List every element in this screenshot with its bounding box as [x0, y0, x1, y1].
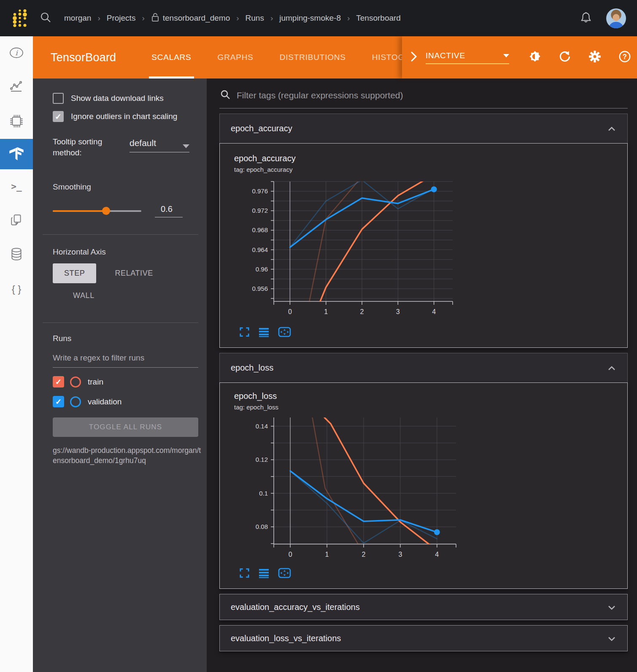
section-title: epoch_accuracy	[231, 124, 292, 133]
breadcrumb-item-runs[interactable]: Runs	[246, 14, 264, 23]
lock-icon	[151, 12, 159, 24]
ignore-outliers-label: Ignore outliers in chart scaling	[71, 112, 177, 121]
svg-text:2: 2	[362, 551, 366, 558]
section-header-evaluation-loss[interactable]: evaluation_loss_vs_iterations	[219, 625, 628, 651]
section-epoch-loss: epoch_loss epoch_loss tag: epoch_loss 0.…	[219, 353, 628, 589]
contrast-icon[interactable]	[529, 50, 541, 65]
tab-scalars[interactable]: SCALARS	[149, 36, 194, 79]
sidebar-item-charts[interactable]	[0, 70, 33, 105]
filter-tags-field[interactable]	[219, 84, 628, 108]
runs-regex-input[interactable]	[53, 353, 198, 363]
checkbox-checked[interactable]: ✓	[53, 111, 64, 122]
svg-text:0.972: 0.972	[252, 207, 268, 214]
axis-wall-button[interactable]: WALL	[65, 286, 103, 306]
braces-icon: { }	[12, 283, 22, 295]
run-name-train: train	[88, 377, 103, 387]
sidebar-item-tensorboard[interactable]	[0, 139, 33, 169]
chevron-up-icon[interactable]	[608, 363, 615, 373]
sidebar-item-logs[interactable]: >_	[0, 169, 33, 203]
help-icon[interactable]: ?	[618, 50, 631, 65]
svg-text:0.964: 0.964	[252, 246, 268, 253]
breadcrumb-separator: ›	[270, 14, 273, 23]
svg-text:0: 0	[289, 551, 292, 558]
svg-text:2: 2	[360, 308, 364, 315]
breadcrumb-item-run[interactable]: jumping-smoke-8	[279, 14, 341, 23]
run-name-validation: validation	[88, 397, 121, 406]
section-header-epoch-accuracy[interactable]: epoch_accuracy	[219, 114, 628, 143]
svg-text:1: 1	[324, 308, 328, 315]
fit-domain-icon[interactable]	[278, 327, 291, 339]
chevron-down-icon[interactable]	[608, 634, 615, 643]
svg-text:0.1: 0.1	[259, 490, 268, 497]
files-icon	[10, 213, 23, 228]
wandb-sidebar: i	[0, 36, 33, 672]
expand-chart-icon[interactable]	[239, 568, 250, 580]
runs-selector-icon[interactable]	[259, 327, 269, 339]
section-header-evaluation-accuracy[interactable]: evaluation_accuracy_vs_iterations	[219, 594, 628, 620]
gear-icon[interactable]	[588, 50, 601, 65]
breadcrumb-item-tensorboard[interactable]: Tensorboard	[356, 14, 401, 23]
runs-regex-field[interactable]	[53, 353, 198, 368]
runs-selector-icon[interactable]	[259, 568, 269, 580]
epoch-accuracy-chart[interactable]: 0.9560.960.9640.9680.9720.97601234	[240, 178, 627, 322]
bell-icon[interactable]	[580, 11, 592, 25]
svg-text:1: 1	[325, 551, 329, 558]
wandb-logo[interactable]	[11, 7, 29, 29]
toggle-all-runs-button[interactable]: TOGGLE ALL RUNS	[53, 417, 198, 437]
smoothing-slider[interactable]	[53, 210, 141, 212]
tensorboard-logo: TensorBoard	[51, 51, 116, 64]
epoch-loss-chart[interactable]: 0.080.10.120.1401234	[240, 414, 627, 564]
chevron-right-icon[interactable]	[410, 51, 418, 64]
smoothing-slider-thumb[interactable]	[102, 207, 110, 215]
run-checkbox-train[interactable]: ✓	[53, 376, 64, 387]
breadcrumb-item-user[interactable]: morgan	[64, 14, 91, 23]
run-checkbox-validation[interactable]: ✓	[53, 396, 64, 407]
breadcrumb-separator: ›	[142, 14, 144, 23]
sidebar-item-artifacts[interactable]	[0, 238, 33, 272]
svg-text:0.968: 0.968	[252, 226, 268, 233]
tensorboard-header: TensorBoard SCALARS GRAPHS DISTRIBUTIONS…	[33, 36, 637, 79]
show-download-links-row[interactable]: Show data download links	[53, 93, 199, 104]
search-icon[interactable]	[40, 11, 51, 25]
sidebar-item-overview[interactable]: i	[0, 36, 33, 70]
tab-distributions[interactable]: DISTRIBUTIONS	[277, 36, 348, 79]
chevron-down-icon[interactable]	[608, 602, 615, 612]
svg-text:i: i	[15, 49, 18, 57]
search-icon	[220, 89, 230, 101]
tab-graphs[interactable]: GRAPHS	[215, 36, 256, 79]
breadcrumb-item-projects[interactable]: Projects	[107, 14, 136, 23]
fit-domain-icon[interactable]	[278, 568, 291, 580]
axis-relative-button[interactable]: RELATIVE	[106, 263, 162, 283]
breadcrumb-item-project[interactable]: tensorboard_demo	[151, 12, 230, 24]
sidebar-item-config[interactable]: { }	[0, 272, 33, 306]
divider	[43, 322, 198, 323]
checkbox-unchecked[interactable]	[53, 93, 64, 104]
run-color-ring-train[interactable]	[70, 377, 81, 387]
run-color-ring-validation[interactable]	[70, 396, 81, 407]
section-header-epoch-loss[interactable]: epoch_loss	[219, 353, 628, 382]
filter-tags-input[interactable]	[237, 90, 627, 100]
show-download-links-label: Show data download links	[71, 94, 164, 103]
expand-chart-icon[interactable]	[239, 327, 250, 339]
axis-step-button[interactable]: STEP	[53, 263, 96, 283]
svg-text:4: 4	[432, 308, 436, 315]
tooltip-sorting-select[interactable]: default	[130, 138, 189, 152]
storage-path: gs://wandb-production.appspot.com/morgan…	[53, 445, 201, 466]
tensorboard-tabs: SCALARS GRAPHS DISTRIBUTIONS HISTOGRAMS	[149, 36, 432, 79]
tensorboard-main: epoch_accuracy epoch_accuracy tag: epoch…	[207, 79, 637, 672]
svg-text:0.14: 0.14	[256, 423, 268, 430]
terminal-icon: >_	[11, 182, 22, 192]
line-chart-icon	[10, 81, 23, 95]
sidebar-item-files[interactable]	[0, 203, 33, 238]
sidebar-item-system[interactable]	[0, 105, 33, 139]
database-icon	[10, 247, 23, 263]
refresh-icon[interactable]	[559, 50, 571, 65]
smoothing-value[interactable]: 0.6	[155, 204, 183, 217]
chevron-up-icon[interactable]	[608, 124, 615, 133]
svg-text:?: ?	[623, 53, 627, 60]
run-status-select[interactable]: INACTIVE	[426, 51, 509, 64]
chart-title: epoch_accuracy	[234, 154, 627, 163]
svg-text:0.12: 0.12	[256, 456, 268, 463]
ignore-outliers-row[interactable]: ✓ Ignore outliers in chart scaling	[53, 111, 199, 122]
avatar[interactable]	[606, 8, 626, 28]
